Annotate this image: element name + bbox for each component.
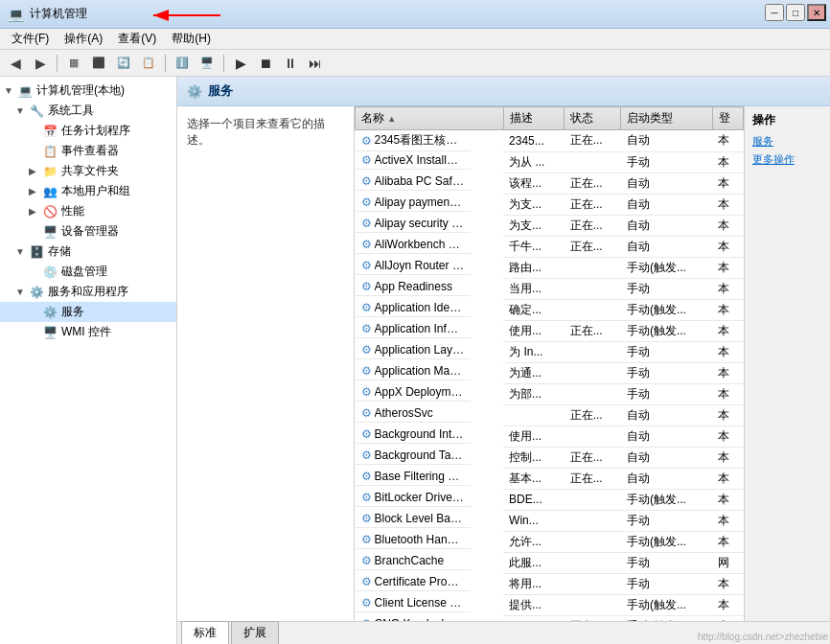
actions-service-link[interactable]: 服务 <box>752 134 822 149</box>
close-button[interactable]: ✕ <box>807 4 826 21</box>
table-row[interactable]: ⚙BranchCache此服...手动网 <box>356 552 744 573</box>
tree-task-sched[interactable]: ▶ 📅 任务计划程序 <box>0 121 176 141</box>
export-button[interactable]: 📋 <box>137 53 160 74</box>
table-row[interactable]: ⚙2345看图王核心服务2345...正在...自动本 <box>356 130 744 152</box>
table-row[interactable]: ⚙AppX Deployment Servic...为部...手动本 <box>356 383 744 404</box>
service-name-cell: ⚙Alibaba PC Safe Service <box>356 172 471 191</box>
menu-file[interactable]: 文件(F) <box>4 29 57 49</box>
table-row[interactable]: ⚙Certificate Propagation将用...手动本 <box>356 573 744 594</box>
col-login[interactable]: 登 <box>712 107 743 130</box>
service-startup-cell: 手动(触发... <box>621 299 712 320</box>
actions-more-link[interactable]: 更多操作 <box>752 152 822 167</box>
tree-device-mgr[interactable]: ▶ 🖥️ 设备管理器 <box>0 221 176 242</box>
service-desc-cell: 控制... <box>503 447 565 468</box>
tree-local-users[interactable]: ▶ 👥 本地用户和组 <box>0 181 176 201</box>
tree-services[interactable]: ▶ ⚙️ 服务 <box>0 302 176 322</box>
menu-view[interactable]: 查看(V) <box>110 29 164 49</box>
services-header-icon: ⚙️ <box>187 84 202 99</box>
tree-shared-folders[interactable]: ▶ 📁 共享文件夹 <box>0 161 176 181</box>
service-name-cell: ⚙BranchCache <box>356 552 471 570</box>
service-gear-icon: ⚙ <box>361 575 372 588</box>
service-name-text: Base Filtering Engine <box>375 470 465 483</box>
service-login-cell: 本 <box>712 489 743 510</box>
menu-action[interactable]: 操作(A) <box>57 29 110 49</box>
table-row[interactable]: ⚙Application Identity确定...手动(触发...本 <box>356 299 744 320</box>
service-name-text: ActiveX Installer (AxInstSV) <box>375 153 465 167</box>
up-button[interactable]: ⬛ <box>87 53 110 74</box>
table-row[interactable]: ⚙Application Layer Gatewa...为 In...手动本 <box>356 341 744 362</box>
service-startup-cell: 手动 <box>621 573 712 594</box>
restart-button[interactable]: ⏭ <box>304 53 327 74</box>
service-gear-icon: ⚙ <box>361 322 372 335</box>
table-row[interactable]: ⚙App Readiness当用...手动本 <box>356 278 744 299</box>
start-button[interactable]: ▶ <box>229 53 252 74</box>
services-content: 选择一个项目来查看它的描述。 名称 ▲ 描述 状态 启动类型 <box>177 106 830 621</box>
table-row[interactable]: ⚙ActiveX Installer (AxInstSV)为从 ...手动本 <box>356 151 744 172</box>
tree-disk-mgmt[interactable]: ▶ 💿 磁盘管理 <box>0 262 176 282</box>
tree-services-apps[interactable]: ▼ ⚙️ 服务和应用程序 <box>0 282 176 302</box>
table-row[interactable]: ⚙Alibaba PC Safe Service该程...正在...自动本 <box>356 172 744 194</box>
table-row[interactable]: ⚙Background Intelligent T...使用...自动本 <box>356 426 744 447</box>
service-login-cell: 本 <box>712 383 743 404</box>
col-status[interactable]: 状态 <box>565 107 621 130</box>
service-login-cell: 本 <box>712 299 743 320</box>
table-row[interactable]: ⚙Background Tasks Infras...控制...正在...自动本 <box>356 447 744 468</box>
table-row[interactable]: ⚙Application Management为通...手动本 <box>356 362 744 383</box>
table-row[interactable]: ⚙Bluetooth Handsfree Ser...允许...手动(触发...… <box>356 531 744 552</box>
tree-root-node[interactable]: ▼ 💻 计算机管理(本地) <box>0 80 176 101</box>
refresh-button[interactable]: 🔄 <box>112 53 135 74</box>
maximize-button[interactable]: □ <box>786 4 805 21</box>
forward-button[interactable]: ▶ <box>29 53 52 74</box>
col-startup[interactable]: 启动类型 <box>621 107 712 130</box>
tree-storage[interactable]: ▼ 🗄️ 存储 <box>0 242 176 262</box>
service-status-cell <box>565 489 621 510</box>
event-label: 事件查看器 <box>61 143 119 159</box>
service-startup-cell: 手动(触发... <box>621 594 712 615</box>
table-row[interactable]: ⚙Application Information使用...正在...手动(触发.… <box>356 320 744 341</box>
col-desc[interactable]: 描述 <box>503 107 565 130</box>
minimize-button[interactable]: ─ <box>765 4 784 21</box>
tab-extended[interactable]: 扩展 <box>231 621 279 644</box>
service-name-cell: ⚙Application Layer Gatewa... <box>356 341 471 359</box>
service-desc-cell: 千牛... <box>503 236 565 257</box>
table-row[interactable]: ⚙AllJoyn Router Service路由...手动(触发...本 <box>356 257 744 278</box>
help-button[interactable]: 🖥️ <box>196 53 219 74</box>
back-button[interactable]: ◀ <box>4 53 27 74</box>
table-row[interactable]: ⚙Block Level Backup Engi...Win...手动本 <box>356 510 744 531</box>
tree-sys-tools[interactable]: ▼ 🔧 系统工具 <box>0 101 176 121</box>
computer-icon: 💻 <box>17 83 33 99</box>
tree-event-viewer[interactable]: ▶ 📋 事件查看器 <box>0 141 176 161</box>
expand-svc-apps: ▼ <box>15 287 29 297</box>
service-desc-cell: 基本... <box>503 468 565 489</box>
service-gear-icon: ⚙ <box>361 153 372 167</box>
tree-performance[interactable]: ▶ 🚫 性能 <box>0 201 176 221</box>
tree-wmi[interactable]: ▶ 🖥️ WMI 控件 <box>0 322 176 342</box>
service-name-cell: ⚙2345看图王核心服务 <box>356 130 471 151</box>
table-row[interactable]: ⚙Base Filtering Engine基本...正在...自动本 <box>356 468 744 489</box>
service-startup-cell: 手动 <box>621 552 712 573</box>
services-arrow-annotation <box>0 300 5 319</box>
menu-help[interactable]: 帮助(H) <box>164 29 219 49</box>
table-row[interactable]: ⚙Client License Service (Cli...提供...手动(触… <box>356 594 744 615</box>
service-startup-cell: 手动(触发... <box>621 320 712 341</box>
service-name-text: Block Level Backup Engi... <box>375 512 465 525</box>
service-desc-cell: BDE... <box>503 489 565 510</box>
table-row[interactable]: ⚙Alipay payment client sec...为支...正在...自… <box>356 194 744 215</box>
table-row[interactable]: ⚙Alipay security business s...为支...正在...… <box>356 215 744 236</box>
service-status-cell <box>565 594 621 615</box>
stop-button[interactable]: ⏹ <box>254 53 277 74</box>
tab-standard[interactable]: 标准 <box>181 621 229 644</box>
table-row[interactable]: ⚙AliWorkbench Safe Service千牛...正在...自动本 <box>356 236 744 257</box>
service-name-text: Bluetooth Handsfree Ser... <box>375 533 465 546</box>
service-login-cell: 本 <box>712 573 743 594</box>
right-panel: ⚙️ 服务 选择一个项目来查看它的描述。 名称 ▲ <box>177 77 830 644</box>
show-hide-button[interactable]: ▦ <box>62 53 85 74</box>
pause-button[interactable]: ⏸ <box>279 53 302 74</box>
table-row[interactable]: ⚙BitLocker Drive Encryptio...BDE...手动(触发… <box>356 489 744 510</box>
col-name[interactable]: 名称 ▲ <box>356 107 504 130</box>
table-row[interactable]: ⚙AtherosSvc正在...自动本 <box>356 404 744 426</box>
service-name-cell: ⚙Client License Service (Cli... <box>356 594 471 612</box>
service-gear-icon: ⚙ <box>361 533 372 546</box>
properties-button[interactable]: ℹ️ <box>171 53 194 74</box>
service-gear-icon: ⚙ <box>361 448 372 462</box>
